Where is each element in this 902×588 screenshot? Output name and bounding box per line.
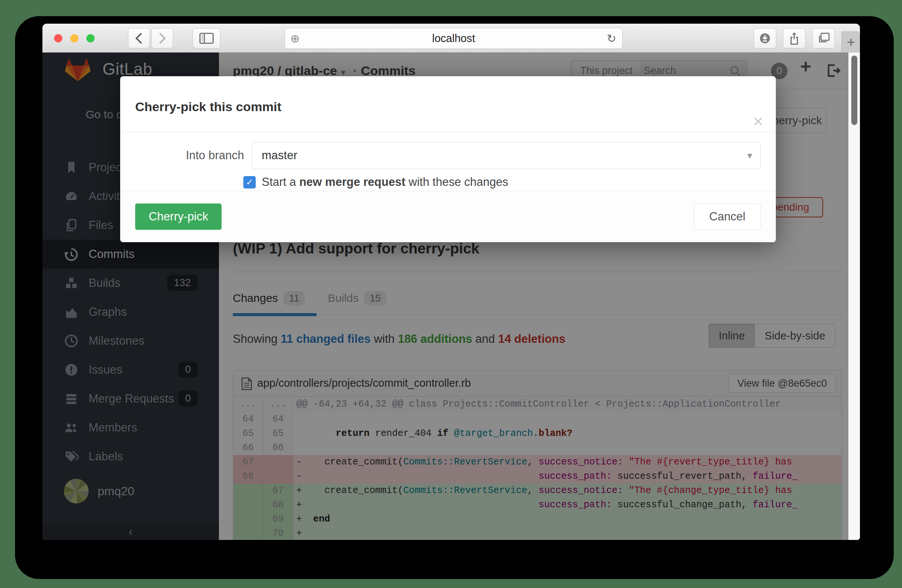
merge-request-checkbox-row: ✓ Start a new merge request with these c…	[243, 175, 509, 189]
forward-button[interactable]	[151, 28, 173, 48]
tabs-icon	[817, 33, 830, 44]
modal-footer: Cherry-pick Cancel	[120, 191, 776, 242]
divider	[120, 132, 776, 132]
reload-icon[interactable]: ↻	[607, 32, 616, 45]
zoom-window-button[interactable]	[86, 34, 95, 42]
scrollbar-thumb[interactable]	[851, 56, 857, 125]
merge-request-checkbox[interactable]: ✓	[243, 176, 256, 189]
back-button[interactable]	[128, 28, 150, 48]
new-tab-button[interactable]: +	[841, 31, 860, 53]
close-window-button[interactable]	[54, 34, 62, 42]
checkbox-label: Start a new merge request with these cha…	[262, 175, 509, 189]
cancel-button[interactable]: Cancel	[694, 203, 761, 230]
chevron-left-icon	[135, 33, 143, 44]
chevron-down-icon: ▾	[747, 142, 752, 169]
cherry-pick-modal: Cherry-pick this commit × Into branch ma…	[120, 76, 776, 242]
browser-toolbar: ⊕ localhost ↻	[42, 23, 860, 53]
download-icon	[759, 32, 771, 44]
chevron-right-icon	[158, 33, 166, 44]
scrollbar[interactable]	[848, 53, 860, 540]
sidebar-icon	[199, 33, 214, 44]
cherry-pick-confirm-button[interactable]: Cherry-pick	[135, 203, 222, 230]
modal-title: Cherry-pick this commit	[135, 100, 281, 114]
downloads-button[interactable]	[754, 28, 776, 48]
sidebar-toggle-button[interactable]	[193, 28, 221, 48]
branch-select[interactable]: master ▾	[252, 142, 761, 169]
share-button[interactable]	[783, 28, 805, 48]
branch-select-value: master	[262, 149, 298, 162]
url-text: localhost	[285, 32, 622, 45]
desktop-background: ⊕ localhost ↻	[0, 0, 902, 588]
minimize-window-button[interactable]	[70, 34, 78, 42]
tabs-overview-button[interactable]	[812, 28, 835, 48]
into-branch-label: Into branch	[135, 142, 244, 169]
share-icon	[789, 32, 800, 45]
url-field[interactable]: ⊕ localhost ↻	[285, 28, 623, 49]
browser-window: ⊕ localhost ↻	[42, 23, 860, 540]
